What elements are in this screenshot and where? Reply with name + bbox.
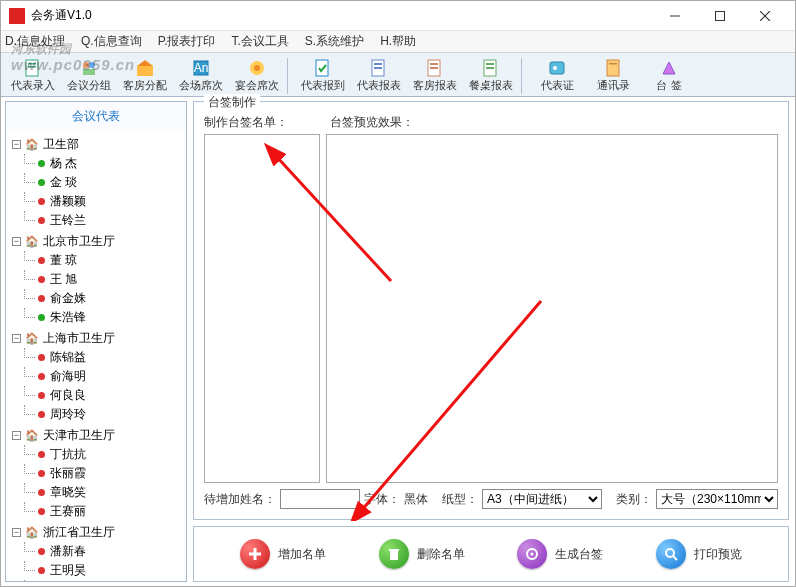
tree-item[interactable]: 朱浩锋 [12,308,180,327]
tree-item[interactable]: 陈锦益 [12,348,180,367]
contacts-icon [603,58,623,78]
tree-group-head[interactable]: −🏠北京市卫生厅 [12,232,180,251]
menu-help[interactable]: H.帮助 [380,33,416,50]
pending-name-label: 待增加姓名： [204,491,276,508]
plus-icon [240,539,270,569]
tree-item[interactable]: 盛潇君 [12,580,180,581]
tree-item[interactable]: 周玲玲 [12,405,180,424]
tree-item[interactable]: 王明昊 [12,561,180,580]
tree-item[interactable]: 章晓笑 [12,483,180,502]
group-label: 浙江省卫生厅 [43,524,115,541]
group-label: 卫生部 [43,136,79,153]
add-name-button[interactable]: 增加名单 [240,539,326,569]
status-dot-icon [38,217,45,224]
paper-label: 纸型： [442,491,478,508]
tree-group-head[interactable]: −🏠上海市卫生厅 [12,329,180,348]
tree-group-head[interactable]: −🏠浙江省卫生厅 [12,523,180,542]
right-panel: 台签制作 制作台签名单： 台签预览效果： 待增加姓名： 字体： 黑体 纸型： A… [187,97,795,586]
doc-icon [23,58,43,78]
member-name: 朱浩锋 [50,309,86,326]
tree-item[interactable]: 董 琼 [12,251,180,270]
member-name: 章晓笑 [50,484,86,501]
pending-name-input[interactable] [280,489,360,509]
report2-icon [425,58,445,78]
groupbox-title: 台签制作 [204,94,260,111]
app-icon [9,8,25,24]
paper-select[interactable]: A3（中间进纸） [482,489,602,509]
svg-rect-32 [389,549,399,551]
gear-icon [517,539,547,569]
tool-rep-entry[interactable]: 代表录入 [5,56,61,96]
svg-rect-22 [430,67,438,69]
menu-print[interactable]: P.报表打印 [158,33,216,50]
tree-item[interactable]: 杨 杰 [12,154,180,173]
collapse-icon: − [12,140,21,149]
svg-rect-4 [26,60,38,76]
main-area: 会议代表 −🏠卫生部杨 杰金 琰潘颖颖王铃兰−🏠北京市卫生厅董 琼王 旭俞金姝朱… [1,97,795,586]
svg-point-35 [666,549,674,557]
menu-tools[interactable]: T.会议工具 [231,33,288,50]
tree-item[interactable]: 潘新春 [12,542,180,561]
tool-badge[interactable]: 代表证 [529,56,585,96]
close-button[interactable] [742,2,787,30]
tree-group-head[interactable]: −🏠天津市卫生厅 [12,426,180,445]
delegate-tree[interactable]: −🏠卫生部杨 杰金 琰潘颖颖王铃兰−🏠北京市卫生厅董 琼王 旭俞金姝朱浩锋−🏠上… [6,131,186,581]
tool-room-report[interactable]: 客房报表 [407,56,463,96]
name-listbox[interactable] [204,134,320,483]
collapse-icon: − [12,237,21,246]
size-select[interactable]: 大号（230×110mm） [656,489,778,509]
tree-item[interactable]: 王铃兰 [12,211,180,230]
menu-system[interactable]: S.系统维护 [305,33,364,50]
svg-rect-10 [137,66,153,76]
member-name: 俞海明 [50,368,86,385]
tool-rep-report[interactable]: 代表报表 [351,56,407,96]
generate-button[interactable]: 生成台签 [517,539,603,569]
house-icon: 🏠 [25,526,39,539]
tool-table-report[interactable]: 餐桌报表 [463,56,519,96]
member-name: 潘新春 [50,543,86,560]
status-dot-icon [38,314,45,321]
menu-query[interactable]: Q.信息查询 [81,33,142,50]
seat-icon: An [191,58,211,78]
menu-data[interactable]: D.信息处理 [5,33,65,50]
tree-item[interactable]: 丁抗抗 [12,445,180,464]
tree-item[interactable]: 俞海明 [12,367,180,386]
banquet-icon [247,58,267,78]
member-name: 王 旭 [50,271,77,288]
tool-contacts[interactable]: 通讯录 [585,56,641,96]
house-icon: 🏠 [25,235,39,248]
minimize-button[interactable] [652,2,697,30]
member-name: 丁抗抗 [50,446,86,463]
action-groupbox: 增加名单 删除名单 生成台签 打印预览 [193,526,789,582]
status-dot-icon [38,160,45,167]
tree-panel: 会议代表 −🏠卫生部杨 杰金 琰潘颖颖王铃兰−🏠北京市卫生厅董 琼王 旭俞金姝朱… [5,101,187,582]
svg-rect-25 [486,67,494,69]
tree-item[interactable]: 王 旭 [12,270,180,289]
print-preview-button[interactable]: 打印预览 [656,539,742,569]
tree-item[interactable]: 金 琰 [12,173,180,192]
tree-item[interactable]: 俞金姝 [12,289,180,308]
status-dot-icon [38,276,45,283]
tool-room[interactable]: 客房分配 [117,56,173,96]
tool-checkin[interactable]: 代表报到 [295,56,351,96]
member-name: 潘颖颖 [50,193,86,210]
tool-banquet-seat[interactable]: 宴会席次 [229,56,285,96]
window-title: 会务通V1.0 [31,7,652,24]
tree-item[interactable]: 张丽霞 [12,464,180,483]
tool-group[interactable]: 会议分组 [61,56,117,96]
maximize-button[interactable] [697,2,742,30]
tree-item[interactable]: 潘颖颖 [12,192,180,211]
member-name: 陈锦益 [50,349,86,366]
tree-group-head[interactable]: −🏠卫生部 [12,135,180,154]
svg-rect-9 [83,69,95,75]
svg-marker-11 [137,60,153,66]
menu-bar: D.信息处理 Q.信息查询 P.报表打印 T.会议工具 S.系统维护 H.帮助 [1,31,795,53]
delete-name-button[interactable]: 删除名单 [379,539,465,569]
group-icon [79,58,99,78]
tree-item[interactable]: 王赛丽 [12,502,180,521]
tool-nameplate[interactable]: 台 签 [641,56,697,96]
status-dot-icon [38,411,45,418]
tool-venue-seat[interactable]: An会场席次 [173,56,229,96]
svg-point-15 [254,65,260,71]
tree-item[interactable]: 何良良 [12,386,180,405]
